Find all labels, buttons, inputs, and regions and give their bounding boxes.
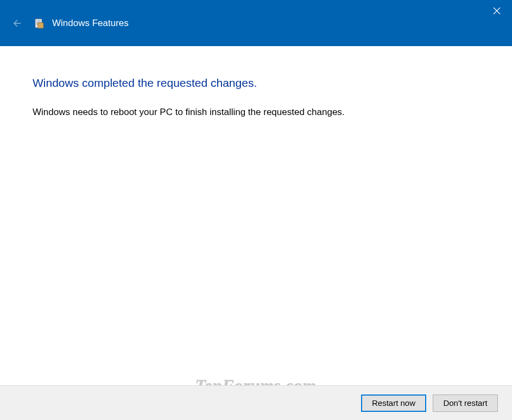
window-title: Windows Features	[52, 18, 129, 29]
content-area: Windows completed the requested changes.…	[0, 46, 512, 118]
restart-now-button[interactable]: Restart now	[361, 394, 426, 412]
svg-rect-5	[38, 23, 43, 28]
body-message: Windows needs to reboot your PC to finis…	[33, 107, 479, 118]
windows-features-icon	[34, 18, 45, 29]
back-button[interactable]	[11, 18, 22, 29]
footer: Restart now Don't restart	[0, 385, 512, 420]
titlebar: Windows Features	[0, 0, 512, 46]
close-button[interactable]	[482, 0, 512, 22]
close-icon	[493, 7, 501, 15]
svg-rect-2	[36, 22, 41, 22]
dont-restart-button[interactable]: Don't restart	[433, 394, 498, 412]
page-heading: Windows completed the requested changes.	[33, 77, 479, 90]
svg-rect-1	[36, 20, 41, 21]
